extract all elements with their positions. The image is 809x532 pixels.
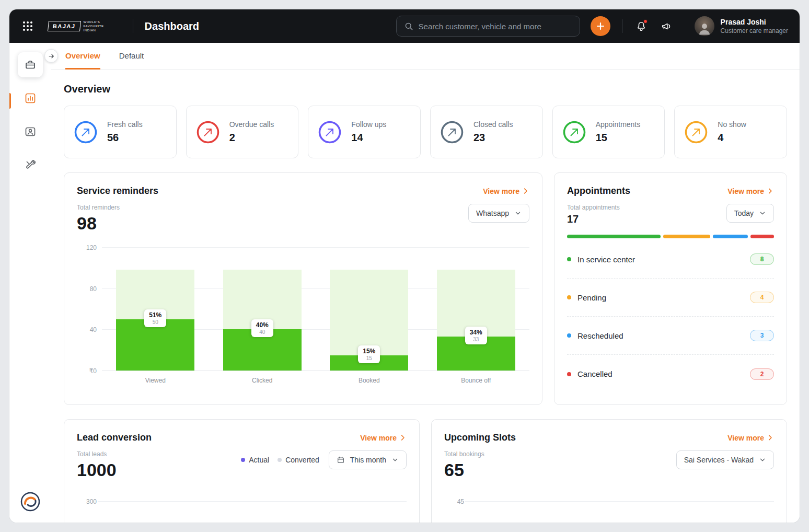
bar-value-tag: 34%33	[465, 327, 487, 344]
x-axis-label: Booked	[330, 377, 408, 384]
stat-card-no-show[interactable]: No show4	[674, 106, 787, 158]
appointment-status-row[interactable]: In service center 8	[567, 240, 774, 279]
appointments-stacked-bar	[567, 235, 774, 238]
stat-card-fresh-calls[interactable]: Fresh calls56	[64, 106, 177, 158]
legend-label: Actual	[249, 456, 269, 464]
user-meta: Prasad Joshi Customer care manager	[721, 18, 788, 34]
count-badge: 2	[750, 368, 774, 380]
bottom-row: Lead conversion View more Total leads 10…	[64, 419, 787, 523]
notifications-button[interactable]	[634, 19, 649, 33]
stat-card-follow-ups[interactable]: Follow ups14	[308, 106, 421, 158]
bar-count-label: 50	[149, 319, 161, 325]
y-axis-tick: 80	[77, 285, 97, 293]
appointments-bar-segment	[750, 235, 774, 238]
trend-ring-icon	[318, 120, 342, 144]
stat-value: 2	[229, 132, 274, 144]
user-role: Customer care manager	[721, 27, 788, 34]
dropdown-value: Sai Services - Wakad	[684, 456, 754, 464]
lead-conversion-chart: 300	[98, 501, 407, 523]
x-axis-label: Bounce off	[437, 377, 515, 384]
user-menu[interactable]: Prasad Joshi Customer care manager	[695, 16, 788, 36]
appointment-status-row[interactable]: Rescheduled 3	[567, 317, 774, 355]
user-name: Prasad Joshi	[721, 18, 788, 26]
brand-roundel-logo[interactable]	[20, 491, 41, 514]
bar-column-bounce-off[interactable]: 34%33	[437, 247, 515, 371]
dropdown-value: Today	[734, 209, 754, 217]
sidebar-item-contacts[interactable]	[18, 119, 43, 144]
gridline: 45	[465, 501, 774, 502]
view-more-label: View more	[360, 434, 397, 442]
bar-column-viewed[interactable]: 51%50	[116, 247, 194, 371]
page-title: Dashboard	[145, 20, 199, 32]
appointments-bar-segment	[713, 235, 748, 238]
stat-card-overdue-calls[interactable]: Overdue calls2	[186, 106, 299, 158]
y-axis-tick: ₹0	[77, 367, 97, 375]
sidebar-item-dashboard[interactable]	[18, 86, 43, 111]
appointments-bar-segment	[663, 235, 710, 238]
app-body: Overview Default Overview Fresh calls56	[9, 43, 800, 523]
appointments-view-more-link[interactable]: View more	[727, 187, 774, 195]
status-label: In service center	[577, 255, 635, 264]
bajaj-logo: BAJAJ WORLD'S FAVOURITE INDIAN	[48, 20, 112, 32]
sidebar-collapse-button[interactable]	[44, 49, 58, 63]
location-filter-dropdown[interactable]: Sai Services - Wakad	[676, 450, 774, 469]
tab-overview[interactable]: Overview	[65, 43, 100, 70]
plus-icon	[596, 21, 605, 31]
bar-value-tag: 51%50	[144, 309, 166, 327]
apps-grid-button[interactable]	[21, 19, 34, 33]
appointment-status-row[interactable]: Pending 4	[567, 279, 774, 317]
global-search	[396, 16, 580, 37]
app-window: BAJAJ WORLD'S FAVOURITE INDIAN Dashboard	[9, 9, 800, 523]
upcoming-slots-card: Upcoming Slots View more Total bookings …	[431, 419, 787, 523]
x-axis-labels: Viewed Clicked Booked Bounce off	[102, 377, 529, 384]
channel-filter-dropdown[interactable]: Whatsapp	[468, 204, 529, 223]
card-title: Service reminders	[77, 186, 158, 196]
stat-label: No show	[718, 120, 746, 129]
add-button[interactable]	[591, 16, 610, 36]
bar-column-booked[interactable]: 15%15	[330, 247, 408, 371]
total-label: Total reminders	[77, 204, 120, 211]
stat-label: Appointments	[596, 120, 641, 129]
service-reminders-total: Total reminders 98	[77, 204, 120, 234]
brand-flag: BAJAJ	[48, 21, 81, 31]
legend-item-actual: Actual	[241, 456, 269, 464]
chevron-right-icon	[766, 187, 774, 195]
period-filter-dropdown[interactable]: This month	[329, 450, 407, 469]
sidebar	[9, 43, 51, 523]
chevron-right-icon	[399, 434, 407, 442]
bar-chart-icon	[24, 92, 37, 105]
upcoming-slots-view-more-link[interactable]: View more	[727, 434, 774, 442]
bar-column-clicked[interactable]: 40%40	[223, 247, 302, 371]
trend-ring-icon	[440, 120, 464, 144]
status-dot	[567, 333, 571, 338]
count-badge: 3	[750, 330, 774, 341]
sidebar-item-workshop[interactable]	[18, 52, 43, 77]
tab-default[interactable]: Default	[119, 43, 144, 70]
card-title: Appointments	[567, 186, 630, 196]
stat-value: 14	[351, 132, 386, 144]
dropdown-value: Whatsapp	[476, 209, 509, 217]
topbar-divider	[133, 19, 133, 33]
user-avatar[interactable]	[695, 16, 714, 36]
bar-columns: 51%50 40%40 15%15	[102, 247, 529, 371]
appointments-list: In service center 8 Pending 4 Reschedule…	[567, 240, 774, 393]
date-filter-dropdown[interactable]: Today	[726, 204, 774, 223]
bar-count-label: 33	[470, 337, 482, 342]
bar-count-label: 15	[363, 355, 375, 361]
stat-card-closed-calls[interactable]: Closed calls23	[430, 106, 543, 158]
stats-row: Fresh calls56 Overdue calls2 Follow ups1…	[64, 106, 787, 158]
chevron-right-icon	[766, 434, 774, 442]
lead-conversion-view-more-link[interactable]: View more	[360, 434, 407, 442]
service-reminders-view-more-link[interactable]: View more	[483, 187, 529, 195]
sidebar-item-services[interactable]	[18, 153, 43, 178]
announcements-button[interactable]	[659, 19, 674, 33]
calendar-icon	[337, 456, 345, 464]
stat-card-appointments[interactable]: Appointments15	[552, 106, 665, 158]
chevron-down-icon	[514, 210, 522, 217]
status-dot	[567, 295, 571, 299]
view-more-label: View more	[727, 187, 764, 195]
appointment-status-row[interactable]: Cancelled 2	[567, 355, 774, 393]
tools-icon	[24, 159, 37, 171]
search-input[interactable]	[419, 22, 572, 31]
y-axis-tick: 120	[77, 244, 97, 251]
